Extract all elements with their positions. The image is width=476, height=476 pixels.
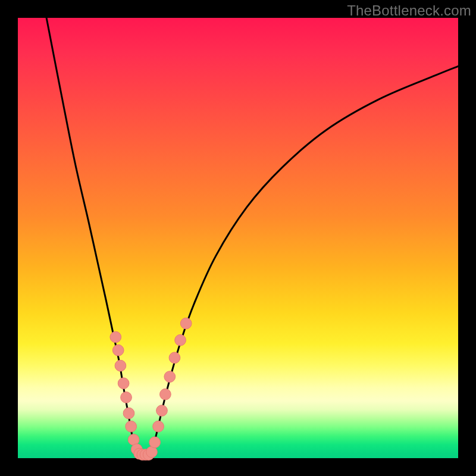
highlight-dot xyxy=(110,331,121,343)
highlight-dot xyxy=(180,318,192,329)
highlight-dot xyxy=(115,360,126,371)
highlight-dot xyxy=(123,408,134,419)
highlight-dot xyxy=(169,352,180,364)
outer-frame: TheBottleneck.com xyxy=(0,0,476,476)
highlight-dots-group xyxy=(110,318,192,460)
highlight-dot xyxy=(156,405,168,416)
highlight-dot xyxy=(112,345,124,356)
highlight-dot xyxy=(164,371,176,383)
highlight-dot xyxy=(118,378,129,389)
watermark-text: TheBottleneck.com xyxy=(347,2,471,19)
highlight-dot xyxy=(175,334,186,346)
left-branch-curve xyxy=(46,18,139,455)
highlight-dot xyxy=(121,392,132,403)
highlight-dot xyxy=(149,437,161,448)
highlight-dot xyxy=(160,389,171,400)
highlight-dot xyxy=(126,421,137,432)
highlight-dot xyxy=(153,421,164,432)
plot-area xyxy=(18,18,458,458)
chart-svg xyxy=(18,18,458,458)
right-branch-curve xyxy=(150,66,458,455)
